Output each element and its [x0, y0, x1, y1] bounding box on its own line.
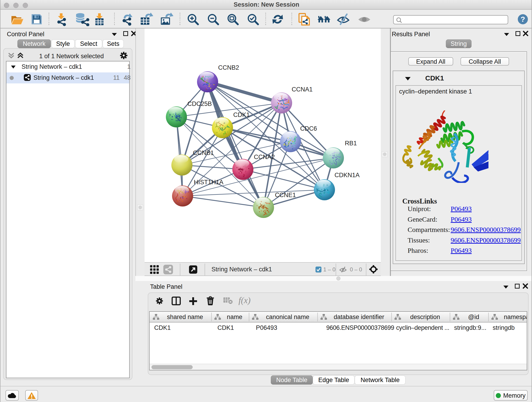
svg-text:CDK1: CDK1	[233, 111, 250, 118]
svg-text:CCNB1: CCNB1	[193, 149, 214, 156]
svg-text:RB1: RB1	[345, 140, 357, 147]
svg-text:HIST1H1A: HIST1H1A	[194, 179, 223, 186]
svg-text:CDC6: CDC6	[300, 125, 317, 132]
svg-text:CCNA1: CCNA1	[292, 86, 313, 93]
svg-text:CDKN1A: CDKN1A	[335, 172, 360, 179]
svg-text:CCNA2: CCNA2	[254, 153, 275, 160]
svg-text:CCNB2: CCNB2	[218, 64, 239, 71]
svg-text:CDC25B: CDC25B	[187, 100, 212, 107]
svg-text:?: ?	[520, 15, 525, 23]
svg-text:CCNE1: CCNE1	[275, 191, 296, 198]
